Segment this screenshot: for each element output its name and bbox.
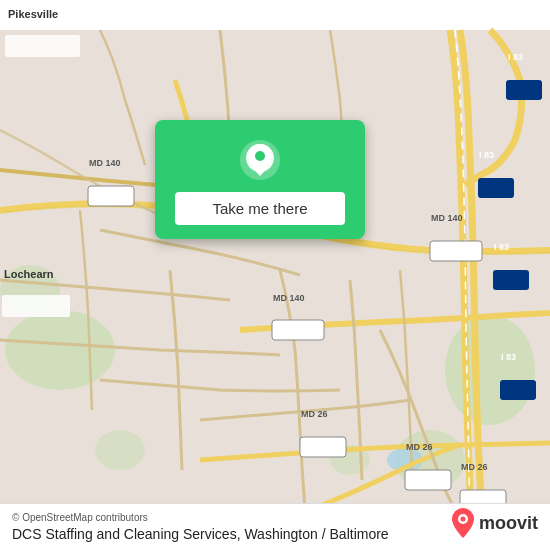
svg-rect-19 bbox=[405, 470, 451, 490]
svg-rect-9 bbox=[2, 295, 70, 317]
svg-rect-10 bbox=[88, 186, 134, 206]
svg-rect-18 bbox=[300, 437, 346, 457]
svg-point-5 bbox=[95, 430, 145, 470]
map-label-i83-4: I 83 bbox=[501, 352, 516, 362]
map-label-md26-3: MD 26 bbox=[461, 462, 488, 472]
bottom-bar: © OpenStreetMap contributors DCS Staffin… bbox=[0, 503, 550, 550]
moovit-logo: moovit bbox=[451, 508, 538, 538]
map-label-md26-1: MD 26 bbox=[301, 409, 328, 419]
map-label-lochearn: Lochearn bbox=[4, 268, 54, 280]
svg-rect-16 bbox=[493, 270, 529, 290]
map-label-md140-1: MD 140 bbox=[89, 158, 121, 168]
svg-point-3 bbox=[445, 315, 535, 425]
svg-point-25 bbox=[460, 517, 465, 522]
map-container: Pikesville Lochearn MD 140 MD 140 MD 140… bbox=[0, 0, 550, 550]
take-me-there-button[interactable]: Take me there bbox=[175, 192, 345, 225]
svg-rect-13 bbox=[430, 241, 482, 261]
map-label-pikesville: Pikesville bbox=[8, 8, 58, 20]
map-label-i83-2: I 83 bbox=[479, 150, 494, 160]
map-label-i83-1: I 83 bbox=[508, 52, 523, 62]
map-label-md26-2: MD 26 bbox=[406, 442, 433, 452]
svg-rect-17 bbox=[500, 380, 536, 400]
svg-rect-8 bbox=[5, 35, 80, 57]
map-label-i83-3: I 83 bbox=[494, 242, 509, 252]
map-label-md140-3: MD 140 bbox=[431, 213, 463, 223]
map-label-md140-2: MD 140 bbox=[273, 293, 305, 303]
svg-rect-12 bbox=[272, 320, 324, 340]
location-card[interactable]: Take me there bbox=[155, 120, 365, 239]
svg-rect-14 bbox=[506, 80, 542, 100]
moovit-pin-icon bbox=[451, 508, 475, 538]
moovit-brand-text: moovit bbox=[479, 513, 538, 534]
location-pin-icon bbox=[238, 138, 282, 182]
svg-point-1 bbox=[5, 310, 115, 390]
svg-rect-15 bbox=[478, 178, 514, 198]
place-name: DCS Staffing and Cleaning Services, Wash… bbox=[12, 526, 389, 542]
svg-point-23 bbox=[255, 151, 265, 161]
